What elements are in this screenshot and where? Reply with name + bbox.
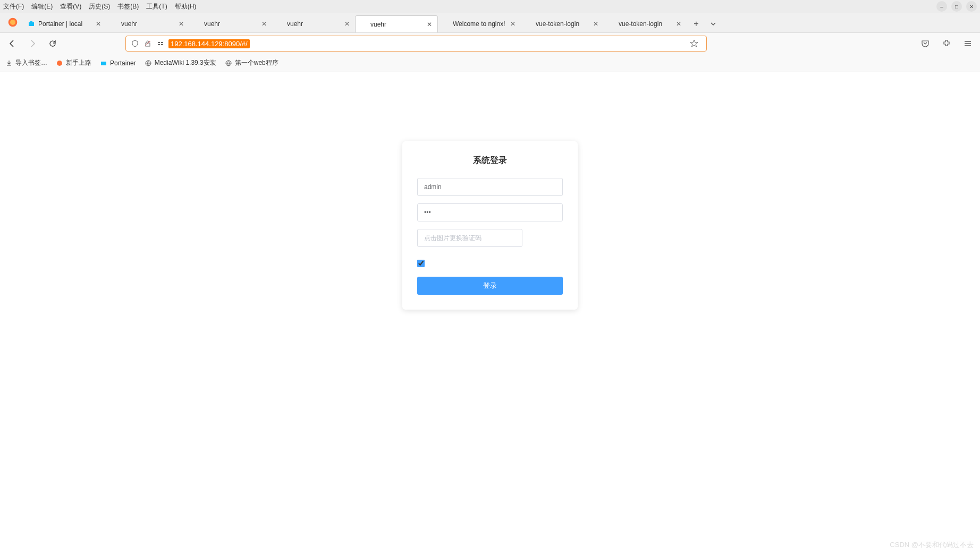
nav-toolbar: 192.168.144.129:8090/#/ [0, 33, 980, 54]
bookmark-1[interactable]: 新手上路 [56, 58, 91, 67]
close-window-button[interactable]: ✕ [966, 1, 977, 12]
tab-4[interactable]: vuehr✕ [355, 15, 438, 32]
tab-menu-button[interactable] [706, 16, 721, 31]
login-button[interactable]: 登录 [417, 277, 563, 295]
tab-favicon-icon [608, 20, 615, 28]
permissions-icon [156, 39, 165, 48]
watermark: CSDN @不要和代码过不去 [890, 540, 974, 550]
bookmark-4[interactable]: 第一个web程序 [225, 58, 278, 67]
pocket-icon[interactable] [918, 37, 932, 50]
captcha-input[interactable] [417, 229, 522, 247]
menubar: 文件(F) 编辑(E) 查看(V) 历史(S) 书签(B) 工具(T) 帮助(H… [0, 0, 980, 13]
maximize-button[interactable]: □ [951, 1, 962, 12]
svg-point-13 [57, 61, 62, 66]
tab-close-icon[interactable]: ✕ [592, 20, 599, 28]
new-tab-button[interactable]: + [689, 16, 704, 31]
svg-rect-2 [29, 22, 34, 26]
tab-favicon-icon [360, 21, 367, 28]
tab-close-icon[interactable]: ✕ [675, 20, 682, 28]
bookmark-icon [145, 59, 152, 67]
menu-view[interactable]: 查看(V) [60, 2, 81, 11]
tab-6[interactable]: vue-token-login✕ [521, 15, 604, 32]
tab-close-icon[interactable]: ✕ [509, 20, 517, 28]
tab-close-icon[interactable]: ✕ [260, 20, 268, 28]
svg-rect-8 [158, 44, 160, 45]
tab-strip: Portainer | local✕vuehr✕vuehr✕vuehr✕vueh… [0, 13, 980, 33]
login-title: 系统登录 [417, 155, 563, 166]
page-content: 系统登录 登录 [0, 72, 980, 555]
tab-favicon-icon [28, 20, 35, 28]
bookmark-0[interactable]: 导入书签… [5, 58, 47, 67]
menu-help[interactable]: 帮助(H) [175, 2, 197, 11]
svg-rect-6 [158, 42, 160, 43]
menu-edit[interactable]: 编辑(E) [31, 2, 53, 11]
svg-rect-3 [30, 21, 32, 22]
bookmarks-bar: 导入书签…新手上路PortainerMediaWiki 1.39.3安装第一个w… [0, 54, 980, 72]
tab-0[interactable]: Portainer | local✕ [23, 15, 106, 32]
tab-favicon-icon [111, 20, 118, 28]
lock-icon [143, 39, 153, 48]
username-input[interactable] [417, 178, 563, 196]
menu-history[interactable]: 历史(S) [89, 2, 110, 11]
tab-title: vuehr [204, 20, 258, 28]
remember-row [417, 260, 563, 269]
shield-icon [130, 39, 140, 48]
svg-rect-14 [101, 62, 106, 65]
bookmark-label: 导入书签… [15, 58, 47, 67]
bookmark-icon [5, 59, 13, 67]
tab-title: Portainer | local [38, 20, 92, 28]
forward-button[interactable] [26, 37, 39, 50]
tab-close-icon[interactable]: ✕ [178, 20, 185, 28]
tab-title: vue-token-login [619, 20, 673, 28]
bookmark-3[interactable]: MediaWiki 1.39.3安装 [145, 58, 216, 67]
tab-5[interactable]: Welcome to nginx!✕ [438, 15, 521, 32]
toolbar-right [918, 37, 975, 50]
tab-favicon-icon [525, 20, 533, 28]
app-menu-icon[interactable] [961, 37, 975, 50]
tab-title: vue-token-login [536, 20, 590, 28]
bookmark-label: MediaWiki 1.39.3安装 [155, 58, 216, 67]
login-card: 系统登录 登录 [402, 141, 578, 310]
tab-title: Welcome to nginx! [453, 20, 507, 28]
bookmark-label: 新手上路 [66, 58, 91, 67]
back-button[interactable] [5, 37, 19, 50]
bookmark-icon [56, 59, 63, 67]
tab-close-icon[interactable]: ✕ [426, 21, 433, 28]
tab-close-icon[interactable]: ✕ [343, 20, 351, 28]
bookmark-label: Portainer [110, 59, 136, 67]
reload-button[interactable] [46, 37, 60, 50]
tab-title: vuehr [121, 20, 175, 28]
bookmark-icon [100, 59, 107, 67]
svg-rect-9 [161, 44, 163, 45]
bookmark-star-icon[interactable] [689, 39, 699, 48]
bookmark-label: 第一个web程序 [235, 58, 278, 67]
menu-bookmarks[interactable]: 书签(B) [117, 2, 139, 11]
url-bar[interactable]: 192.168.144.129:8090/#/ [125, 36, 707, 52]
menu-file[interactable]: 文件(F) [3, 2, 24, 11]
password-input[interactable] [417, 203, 563, 221]
bookmark-icon [225, 59, 232, 67]
tab-favicon-icon [276, 20, 284, 28]
extensions-icon[interactable] [940, 37, 953, 50]
remember-checkbox[interactable] [417, 260, 425, 267]
tab-1[interactable]: vuehr✕ [106, 15, 189, 32]
url-text: 192.168.144.129:8090/#/ [168, 39, 250, 48]
menu-tools[interactable]: 工具(T) [146, 2, 167, 11]
tab-3[interactable]: vuehr✕ [272, 15, 355, 32]
svg-rect-7 [161, 42, 163, 43]
minimize-button[interactable]: – [936, 1, 947, 12]
tab-favicon-icon [193, 20, 201, 28]
tab-7[interactable]: vue-token-login✕ [604, 15, 687, 32]
tab-2[interactable]: vuehr✕ [189, 15, 272, 32]
firefox-logo-icon [5, 15, 20, 30]
tab-title: vuehr [287, 20, 341, 28]
bookmark-2[interactable]: Portainer [100, 58, 136, 67]
svg-point-1 [10, 20, 15, 25]
tab-title: vuehr [370, 21, 424, 28]
tab-close-icon[interactable]: ✕ [95, 20, 102, 28]
tab-favicon-icon [442, 20, 450, 28]
window-controls: – □ ✕ [936, 1, 977, 12]
